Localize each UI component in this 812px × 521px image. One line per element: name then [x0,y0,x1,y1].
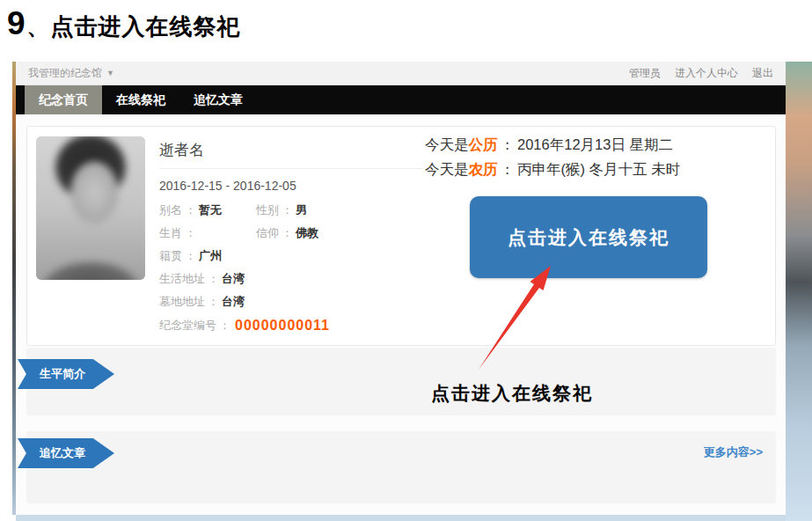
enter-online-worship-button[interactable]: 点击进入在线祭祀 [470,196,707,278]
main-nav: 纪念首页 在线祭祀 追忆文章 [16,85,786,114]
more-content-link[interactable]: 更多内容>> [704,444,763,460]
personal-center-link[interactable]: 进入个人中心 [675,66,738,81]
deceased-details: 逝者名 2016-12-15 - 2016-12-05 别名：暂无 性别：男 生… [159,136,423,338]
step-separator: 、 [27,12,49,41]
tutorial-step-title: 9 、 点击进入在线祭祀 [7,5,241,42]
field-grave-address: 墓地地址：台湾 [159,290,245,313]
my-memorials-dropdown[interactable]: 我管理的纪念馆 ▼ [28,66,114,81]
tab-memorial-home[interactable]: 纪念首页 [25,85,102,114]
detail-row: 生活地址：台湾 [159,268,423,290]
detail-row: 墓地地址：台湾 [159,290,423,313]
deceased-name: 逝者名 [159,136,423,169]
biography-section [26,348,776,415]
deceased-photo-blurred-portrait [36,136,145,280]
tab-memory-articles[interactable]: 追忆文章 [179,85,257,114]
memory-articles-section [26,431,776,503]
background-photo-bottom-strip [16,515,786,521]
today-date-info: 今天是公历：2016年12月13日 星期二 今天是农历：丙申年(猴) 冬月十五 … [425,132,680,181]
solar-date-line: 今天是公历：2016年12月13日 星期二 [425,132,680,157]
detail-row: 籍贯：广州 [159,245,423,268]
solar-calendar-label: 公历 [469,136,498,152]
lunar-date-value: 丙申年(猴) 冬月十五 未时 [517,161,680,177]
deceased-photo [36,136,145,280]
caret-down-icon: ▼ [106,69,114,77]
deceased-profile-card: 逝者名 2016-12-15 - 2016-12-05 别名：暂无 性别：男 生… [26,126,776,346]
logout-link[interactable]: 退出 [752,66,773,81]
admin-link[interactable]: 管理员 [629,66,661,81]
field-native-place: 籍贯：广州 [159,245,222,268]
step-number: 9 [7,5,26,42]
field-faith: 信仰：佛教 [256,222,318,245]
detail-row: 生肖： 信仰：佛教 [159,222,423,245]
field-alias: 别名：暂无 [159,199,256,222]
tab-online-worship[interactable]: 在线祭祀 [102,85,179,114]
tutorial-annotation-text: 点击进入在线祭祀 [431,381,593,406]
my-memorials-label: 我管理的纪念馆 [28,66,102,81]
lunar-date-line: 今天是农历：丙申年(猴) 冬月十五 未时 [425,157,680,181]
hall-number-value: 00000000011 [235,313,330,338]
step-title-text: 点击进入在线祭祀 [51,11,241,42]
screenshot: 9 、 点击进入在线祭祀 我管理的纪念馆 ▼ 管理员 进入个人中心 退出 纪念首… [0,0,812,521]
hall-number-label: 纪念堂编号 [159,313,216,338]
memorial-page: 我管理的纪念馆 ▼ 管理员 进入个人中心 退出 纪念首页 在线祭祀 追忆文章 逝… [16,62,786,515]
detail-row: 别名：暂无 性别：男 [159,199,423,222]
lunar-calendar-label: 农历 [469,161,498,177]
field-gender: 性别：男 [256,199,307,222]
background-photo-right-strip [786,62,812,521]
hall-number-row: 纪念堂编号：00000000011 [159,313,423,338]
field-zodiac: 生肖： [159,222,256,245]
top-utility-bar: 我管理的纪念馆 ▼ 管理员 进入个人中心 退出 [16,62,786,85]
solar-date-value: 2016年12月13日 星期二 [517,136,673,152]
account-links: 管理员 进入个人中心 退出 [629,66,773,81]
deceased-dates: 2016-12-15 - 2016-12-05 [159,179,423,193]
field-living-address: 生活地址：台湾 [159,268,245,290]
